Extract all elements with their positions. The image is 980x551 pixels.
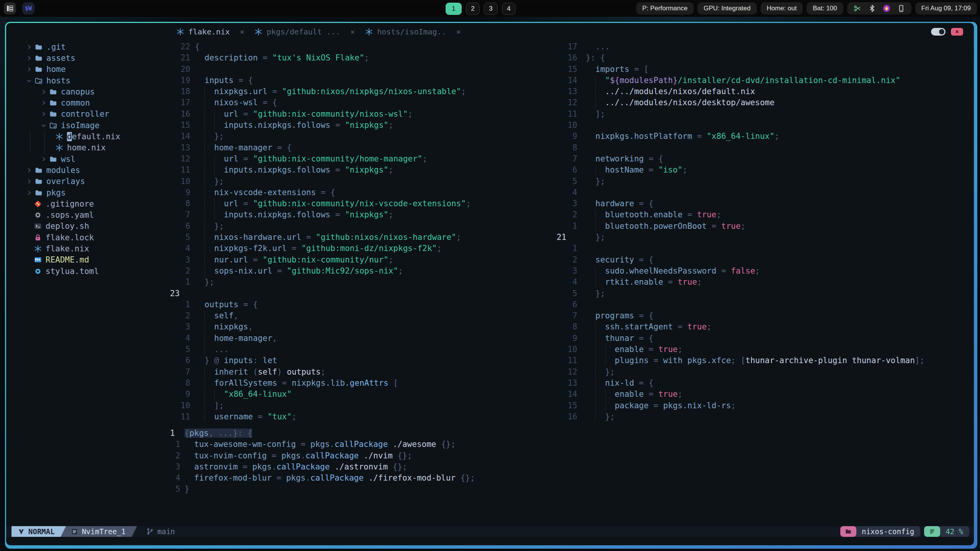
flake-nix-line: 21 description = "tux's NixOS Flake"; <box>170 52 556 64</box>
chevron-right-icon[interactable] <box>39 111 48 117</box>
phone-icon[interactable] <box>897 4 905 13</box>
toggle-switch[interactable] <box>931 28 946 36</box>
iso-default-nix-line: 15 imports = [ <box>557 64 973 75</box>
tree-item-flake.nix[interactable]: flake.nix <box>6 243 169 254</box>
nix-flake-icon <box>254 28 263 36</box>
pkgs-default-nix-line: 3 astronvim = pkgs.callPackage ./astronv… <box>170 461 821 473</box>
iso-default-nix-line: 7 networking = { <box>557 153 973 165</box>
tree-item-common[interactable]: common <box>6 97 169 108</box>
line-number: 2 <box>170 310 190 321</box>
chevron-right-icon[interactable] <box>39 100 48 106</box>
workspace-switcher: 1234 <box>446 3 516 15</box>
chevron-right-icon[interactable] <box>24 190 34 196</box>
tree-item-.gitignore[interactable]: .gitignore <box>6 198 169 209</box>
tree-item-.git[interactable]: .git <box>6 41 169 52</box>
iso-default-nix-line: 8 <box>557 142 973 153</box>
workspace-button-1[interactable]: 1 <box>446 3 462 15</box>
chevron-right-icon[interactable] <box>39 89 48 95</box>
tree-item-flake.lock[interactable]: flake.lock <box>6 232 169 243</box>
workspace-button-4[interactable]: 4 <box>502 3 516 15</box>
tree-item-.sops.yaml[interactable]: .sops.yaml <box>6 209 169 220</box>
tree-item-deploy.sh[interactable]: deploy.sh <box>6 221 169 232</box>
chevron-down-icon[interactable] <box>39 122 48 129</box>
iso-default-nix-line: 11 plugins = with pkgs.xfce; [thunar-arc… <box>557 355 973 366</box>
chevron-right-icon[interactable] <box>24 178 34 184</box>
line-number: 5 <box>170 232 190 243</box>
scissors-icon[interactable] <box>853 4 862 13</box>
line-number: 5 <box>170 344 190 355</box>
top-status-bar: $W 1234 P: PerformanceGPU: IntegratedHom… <box>0 0 980 17</box>
chevron-right-icon[interactable] <box>24 44 34 50</box>
lock-icon <box>33 233 43 242</box>
workspace-button-3[interactable]: 3 <box>484 3 498 15</box>
tree-item-README.md[interactable]: README.md <box>6 254 169 266</box>
tree-item-overlays[interactable]: overlays <box>6 176 169 187</box>
line-number: 15 <box>170 120 190 131</box>
pkgs-default-nix-line: 2 tux-nvim-config = pkgs.callPackage ./n… <box>170 450 821 461</box>
tree-item-wsl[interactable]: wsl <box>6 153 169 165</box>
code-text: ../../modules/nixos/default.nix <box>586 86 755 97</box>
chevron-right-icon[interactable] <box>39 156 48 162</box>
tree-item-home[interactable]: home <box>6 64 169 75</box>
code-text: tux-nvim-config = pkgs.callPackage ./nvi… <box>185 450 412 461</box>
tree-item-default.nix[interactable]: default.nix <box>6 131 169 142</box>
line-number: 11 <box>170 165 190 176</box>
line-number: 7 <box>170 209 190 220</box>
line-number: 12 <box>557 367 577 378</box>
chevron-right-icon[interactable] <box>24 66 34 72</box>
flake-nix-line: 8 url = "github:nix-community/nix-vscode… <box>170 198 556 209</box>
editor-pane-pkgs-default-nix[interactable]: 1{pkgs, ...}: {1 tux-awesome-wm-config =… <box>170 428 821 495</box>
iso-default-nix-line: 13 ../../modules/nixos/default.nix <box>557 86 973 97</box>
tree-item-label: isoImage <box>61 121 100 130</box>
line-number: 8 <box>557 321 577 333</box>
window-close-button[interactable]: × <box>951 28 963 36</box>
line-number: 4 <box>170 333 190 344</box>
iso-default-nix-line: 21 }; <box>557 232 973 243</box>
editor-tab-flake.nix[interactable]: flake.nix× <box>170 23 248 41</box>
tree-item-controller[interactable]: controller <box>6 109 169 120</box>
code-text: nixpkgs.hostPlatform = "x86_64-linux"; <box>586 131 779 142</box>
line-number: 6 <box>170 355 190 366</box>
chevron-right-icon[interactable] <box>24 167 34 173</box>
editor-pane-iso-default-nix[interactable]: 17 ...16}: {15 imports = [14 "${modulesP… <box>557 41 973 422</box>
tree-item-canopus[interactable]: canopus <box>6 86 169 97</box>
code-text: }; <box>195 277 214 288</box>
tree-item-label: .sops.yaml <box>46 210 94 220</box>
project-name: nixos-config <box>853 526 920 537</box>
flake-nix-line: 18 nixpkgs.url = "github:nixos/nixpkgs/n… <box>170 86 556 97</box>
toggle-knob <box>939 29 944 34</box>
tree-item-isoImage[interactable]: isoImage <box>6 120 169 131</box>
tree-item-pkgs[interactable]: pkgs <box>6 187 169 198</box>
tab-close-icon[interactable]: × <box>456 27 461 36</box>
workspace-button-2[interactable]: 2 <box>466 3 480 15</box>
tab-close-icon[interactable]: × <box>350 27 355 36</box>
wallpaper-logo-button[interactable]: $W <box>22 2 34 15</box>
line-number: 1 <box>557 221 577 232</box>
chevron-right-icon[interactable] <box>24 55 34 61</box>
editor-pane-flake-nix[interactable]: 22{21 description = "tux's NixOS Flake";… <box>170 41 556 422</box>
firefox-flame-icon[interactable] <box>882 4 891 13</box>
buffer-tabline: flake.nix×pkgs/default ...×hosts/isoImag… <box>170 23 465 41</box>
iso-default-nix-line: 3 sudo.wheelNeedsPassword = false; <box>557 266 973 277</box>
tree-item-home.nix[interactable]: home.nix <box>6 142 169 153</box>
editor-tab-hosts-isoImag..[interactable]: hosts/isoImag..× <box>359 23 465 41</box>
tree-item-stylua.toml[interactable]: stylua.toml <box>6 266 169 277</box>
tree-item-assets[interactable]: assets <box>6 52 169 64</box>
chevron-down-icon[interactable] <box>24 78 34 84</box>
flake-nix-line: 10 }; <box>170 176 556 187</box>
line-number: 4 <box>170 473 180 484</box>
tree-item-hosts[interactable]: hosts <box>6 75 169 86</box>
iso-default-nix-line: 12 ../../modules/nixos/desktop/awesome <box>557 97 973 108</box>
tree-item-modules[interactable]: modules <box>6 165 169 176</box>
bluetooth-icon[interactable] <box>868 4 876 13</box>
line-number: 21 <box>557 232 577 243</box>
code-text: firefox-mod-blur = pkgs.callPackage ./fi… <box>185 473 475 484</box>
gear-blue-icon <box>33 267 43 276</box>
code-text: "${modulesPath}/installer/cd-dvd/install… <box>586 75 900 86</box>
line-number: 18 <box>170 86 190 97</box>
tab-close-icon[interactable]: × <box>240 27 244 36</box>
line-number: 20 <box>170 64 190 75</box>
line-number: 17 <box>170 97 190 108</box>
editor-tab-pkgs-default-...[interactable]: pkgs/default ...× <box>248 23 359 41</box>
app-launcher-button[interactable] <box>4 2 16 15</box>
